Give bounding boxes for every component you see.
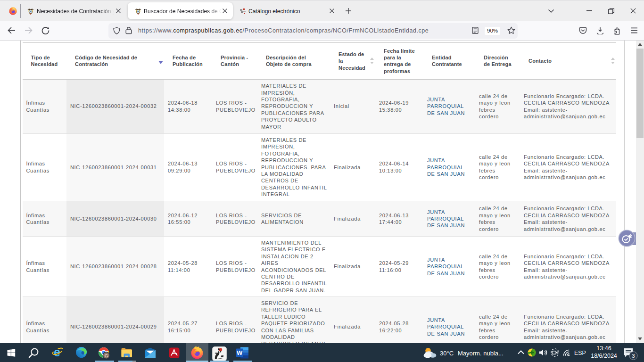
svg-text:G: G — [105, 353, 108, 358]
svg-text:3: 3 — [632, 353, 635, 359]
svg-text:W: W — [237, 349, 243, 356]
